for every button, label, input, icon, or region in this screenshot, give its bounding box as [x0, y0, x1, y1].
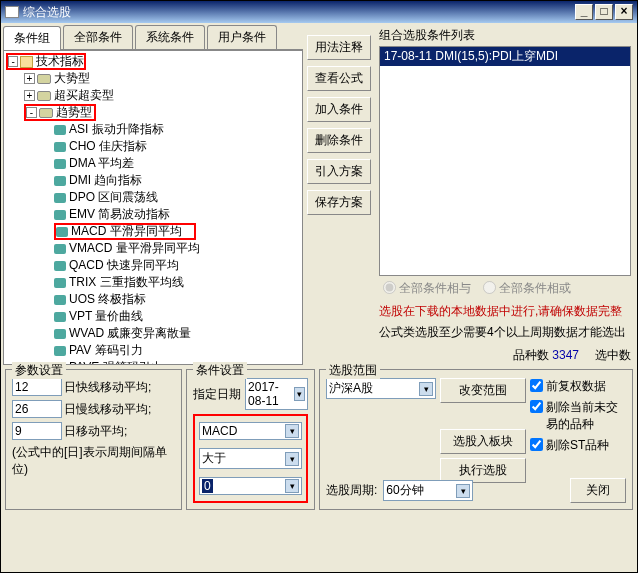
param-input[interactable]: [12, 400, 62, 418]
tree-leaf-dpo[interactable]: DPO 区间震荡线: [6, 189, 300, 206]
range-title: 选股范围: [326, 362, 380, 379]
leaf-icon: [54, 159, 66, 169]
close-button[interactable]: ×: [615, 4, 633, 20]
leaf-icon: [54, 193, 66, 203]
param-label: 日移动平均;: [64, 423, 127, 440]
param-label: 日慢线移动平均;: [64, 401, 151, 418]
tab-condition-group[interactable]: 条件组: [3, 26, 61, 50]
condition-settings-group: 条件设置 指定日期 2017-08-11▾ MACD▾ 大于▾ 0▾: [186, 369, 315, 510]
radio-and[interactable]: 全部条件相与: [383, 280, 471, 297]
left-pane: 条件组 全部条件 系统条件 用户条件 - 技术指标 +大势型 +超买超卖型: [3, 25, 303, 365]
market-select[interactable]: 沪深A股▾: [326, 378, 436, 399]
tree-leaf-uos[interactable]: UOS 终极指标: [6, 291, 300, 308]
tree-root[interactable]: - 技术指标: [6, 53, 86, 70]
param-input[interactable]: [12, 422, 62, 440]
chevron-down-icon: ▾: [456, 484, 470, 498]
chk-adjust[interactable]: 前复权数据: [530, 378, 626, 395]
date-label: 指定日期: [193, 386, 241, 403]
leaf-icon: [54, 346, 66, 356]
leaf-icon: [54, 142, 66, 152]
range-group: 选股范围 沪深A股▾ 改变范围 选股入板块 执行选股 前复权数据 剔除当前未交易…: [319, 369, 633, 510]
tree-root-label: 技术指标: [36, 53, 84, 70]
leaf-icon: [54, 329, 66, 339]
leaf-icon: [54, 244, 66, 254]
param-input[interactable]: [12, 378, 62, 396]
cond-title: 条件设置: [193, 362, 247, 379]
data-warning: 选股在下载的本地数据中进行,请确保数据完整: [379, 301, 631, 322]
leaf-icon: [54, 125, 66, 135]
cycle-select[interactable]: 60分钟▾: [383, 480, 473, 501]
app-icon: [5, 6, 19, 18]
tab-bar: 条件组 全部条件 系统条件 用户条件: [3, 25, 303, 50]
tree-leaf-dma[interactable]: DMA 平均差: [6, 155, 300, 172]
action-buttons: 用法注释 查看公式 加入条件 删除条件 引入方案 保存方案: [303, 25, 375, 365]
usage-button[interactable]: 用法注释: [307, 35, 371, 60]
add-condition-button[interactable]: 加入条件: [307, 97, 371, 122]
tree-leaf-asi[interactable]: ASI 振动升降指标: [6, 121, 300, 138]
leaf-icon: [54, 261, 66, 271]
tree-leaf-macd[interactable]: MACD 平滑异同平均: [54, 223, 196, 240]
operator-select[interactable]: 大于▾: [199, 448, 302, 469]
window-title: 综合选股: [23, 4, 71, 21]
tree-leaf-wvad[interactable]: WVAD 威廉变异离散量: [6, 325, 300, 342]
condition-list[interactable]: 17-08-11 DMI(15,5):PDI上穿MDI: [379, 46, 631, 276]
value-select[interactable]: 0▾: [199, 477, 302, 495]
import-plan-button[interactable]: 引入方案: [307, 159, 371, 184]
chevron-down-icon: ▾: [419, 382, 433, 396]
leaf-icon: [54, 295, 66, 305]
close-dialog-button[interactable]: 关闭: [570, 478, 626, 503]
leaf-icon: [54, 210, 66, 220]
indicator-tree[interactable]: - 技术指标 +大势型 +超买超卖型 -趋势型 ASI 振动升降指标CHO 佳庆…: [3, 50, 303, 365]
condition-list-title: 组合选股条件列表: [379, 27, 631, 44]
change-range-button[interactable]: 改变范围: [440, 378, 526, 403]
view-formula-button[interactable]: 查看公式: [307, 66, 371, 91]
param-note: (公式中的[日]表示周期间隔单位): [12, 444, 175, 478]
tree-leaf-cho[interactable]: CHO 佳庆指标: [6, 138, 300, 155]
chevron-down-icon: ▾: [285, 424, 299, 438]
tree-leaf-pav[interactable]: PAV 筹码引力: [6, 342, 300, 359]
expand-icon[interactable]: +: [24, 90, 35, 101]
add-to-block-button[interactable]: 选股入板块: [440, 429, 526, 454]
tree-leaf-dmi[interactable]: DMI 趋向指标: [6, 172, 300, 189]
chevron-down-icon: ▾: [285, 452, 299, 466]
param-group: 参数设置 日快线移动平均;日慢线移动平均;日移动平均; (公式中的[日]表示周期…: [5, 369, 182, 510]
chk-remove-st[interactable]: 剔除ST品种: [530, 437, 626, 454]
leaf-icon: [56, 227, 68, 237]
chevron-down-icon: ▾: [294, 387, 305, 401]
chk-remove-untraded[interactable]: 剔除当前未交易的品种: [530, 399, 626, 433]
radio-or[interactable]: 全部条件相或: [483, 280, 571, 297]
tab-user-conditions[interactable]: 用户条件: [207, 25, 277, 49]
key-icon: [39, 108, 53, 118]
tree-group[interactable]: +超买超卖型: [6, 87, 300, 104]
indicator-select[interactable]: MACD▾: [199, 422, 302, 440]
variety-count-label: 品种数: [513, 348, 549, 362]
right-pane: 组合选股条件列表 17-08-11 DMI(15,5):PDI上穿MDI 全部条…: [375, 25, 635, 365]
tree-leaf-vmacd[interactable]: VMACD 量平滑异同平均: [6, 240, 300, 257]
tree-group[interactable]: +大势型: [6, 70, 300, 87]
param-title: 参数设置: [12, 362, 66, 379]
tab-all-conditions[interactable]: 全部条件: [63, 25, 133, 49]
tab-system-conditions[interactable]: 系统条件: [135, 25, 205, 49]
tree-leaf-qacd[interactable]: QACD 快速异同平均: [6, 257, 300, 274]
tree-leaf-vpt[interactable]: VPT 量价曲线: [6, 308, 300, 325]
param-label: 日快线移动平均;: [64, 379, 151, 396]
tree-group-trend[interactable]: -趋势型: [24, 104, 96, 121]
tree-leaf-emv[interactable]: EMV 简易波动指标: [6, 206, 300, 223]
formula-note: 公式类选股至少需要4个以上周期数据才能选出: [379, 322, 631, 343]
tree-leaf-trix[interactable]: TRIX 三重指数平均线: [6, 274, 300, 291]
collapse-icon[interactable]: -: [26, 107, 37, 118]
date-picker[interactable]: 2017-08-11▾: [245, 378, 308, 410]
delete-condition-button[interactable]: 删除条件: [307, 128, 371, 153]
expand-icon[interactable]: +: [24, 73, 35, 84]
leaf-icon: [54, 278, 66, 288]
condition-list-item[interactable]: 17-08-11 DMI(15,5):PDI上穿MDI: [380, 47, 630, 66]
key-icon: [37, 91, 51, 101]
save-plan-button[interactable]: 保存方案: [307, 190, 371, 215]
chevron-down-icon: ▾: [285, 479, 299, 493]
folder-icon: [20, 56, 33, 68]
leaf-icon: [54, 312, 66, 322]
variety-count-value: 3347: [552, 348, 579, 362]
minimize-button[interactable]: _: [575, 4, 593, 20]
collapse-icon[interactable]: -: [8, 56, 18, 67]
maximize-button[interactable]: □: [595, 4, 613, 20]
